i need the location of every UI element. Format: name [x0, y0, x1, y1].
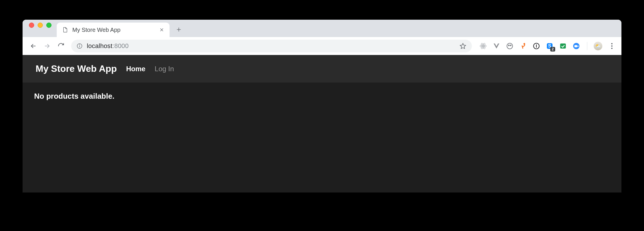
- extension-badge: 2: [550, 47, 555, 52]
- ghostery-icon[interactable]: [505, 42, 514, 50]
- tab-close-button[interactable]: [159, 27, 164, 32]
- svg-point-19: [611, 45, 613, 47]
- svg-rect-15: [560, 43, 566, 48]
- svg-point-7: [507, 43, 513, 49]
- svg-point-2: [80, 44, 80, 45]
- react-devtools-icon[interactable]: [479, 42, 487, 50]
- nav-back-button[interactable]: [27, 40, 39, 52]
- app-brand[interactable]: My Store Web App: [36, 63, 117, 74]
- app-navbar: My Store Web App Home Log In: [23, 55, 621, 82]
- file-icon: [62, 27, 68, 33]
- svg-point-10: [524, 43, 525, 44]
- bookmark-star-icon[interactable]: [459, 42, 467, 50]
- window-minimize-button[interactable]: [38, 23, 43, 28]
- cloud-icon: ⛅: [595, 43, 601, 49]
- hook-icon[interactable]: [519, 42, 527, 50]
- profile-avatar[interactable]: ⛅: [594, 42, 602, 50]
- new-tab-button[interactable]: [172, 23, 185, 36]
- nav-forward-button[interactable]: [41, 40, 53, 52]
- toolbar-separator: [587, 42, 587, 50]
- browser-tab[interactable]: My Store Web App: [57, 23, 170, 37]
- zoom-icon[interactable]: [572, 42, 581, 50]
- extensions-area: S 2 ⛅: [479, 41, 617, 51]
- onepassword-icon[interactable]: [532, 42, 541, 50]
- url-host: localhost: [87, 42, 113, 50]
- vue-devtools-icon[interactable]: [492, 42, 501, 50]
- address-bar[interactable]: localhost:8000: [71, 40, 472, 52]
- svg-point-9: [510, 45, 511, 46]
- browser-window: My Store Web App localhost:8000: [23, 20, 621, 192]
- nav-home-link[interactable]: Home: [126, 65, 146, 73]
- tab-strip: My Store Web App: [23, 20, 621, 37]
- page-content: No products available.: [23, 82, 621, 110]
- svg-point-3: [483, 45, 484, 46]
- skype-icon[interactable]: S 2: [545, 42, 554, 50]
- svg-point-18: [611, 43, 613, 44]
- tab-title: My Store Web App: [72, 27, 155, 33]
- url-text: localhost:8000: [87, 42, 129, 50]
- empty-state-text: No products available.: [34, 92, 610, 101]
- browser-toolbar: localhost:8000: [23, 37, 621, 55]
- nav-reload-button[interactable]: [55, 40, 67, 52]
- svg-point-20: [611, 47, 613, 49]
- browser-menu-button[interactable]: [607, 41, 617, 51]
- page-viewport: My Store Web App Home Log In No products…: [23, 55, 621, 192]
- svg-rect-17: [575, 45, 577, 47]
- site-info-icon[interactable]: [76, 43, 83, 49]
- window-close-button[interactable]: [29, 23, 34, 28]
- window-zoom-button[interactable]: [46, 23, 51, 28]
- nav-login-link[interactable]: Log In: [155, 65, 174, 73]
- url-port: :8000: [113, 42, 129, 50]
- svg-point-8: [508, 45, 509, 46]
- window-controls: [27, 20, 57, 37]
- green-shield-icon[interactable]: [559, 42, 567, 50]
